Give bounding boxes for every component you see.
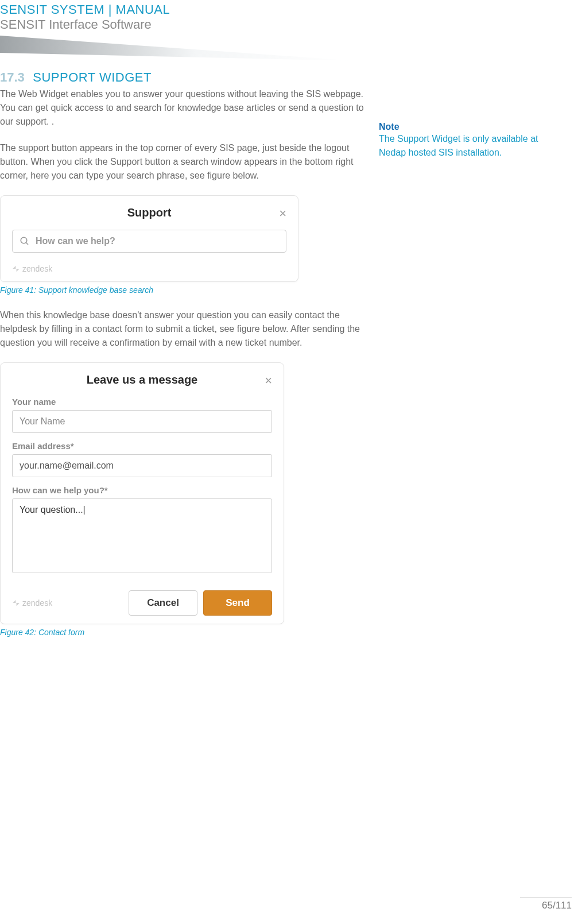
paragraph-3: When this knowledge base doesn't answer …: [0, 308, 367, 350]
contact-form-title: Leave us a message: [12, 373, 272, 386]
close-icon[interactable]: ×: [265, 374, 272, 387]
help-label: How can we help you?*: [12, 485, 272, 495]
zendesk-icon: [12, 599, 20, 607]
figure-42-caption: Figure 42: Contact form: [0, 628, 367, 637]
zendesk-brand: zendesk: [12, 598, 123, 608]
section-number: 17.3: [0, 70, 25, 84]
name-label: Your name: [12, 397, 272, 407]
doc-subtitle: SENSIT Interface Software: [0, 17, 574, 36]
zendesk-brand: zendesk: [12, 264, 286, 273]
contact-form-card: Leave us a message × Your name Your Name…: [0, 362, 284, 624]
paragraph-1: The Web Widget enables you to answer you…: [0, 87, 367, 129]
search-placeholder: How can we help?: [36, 236, 115, 246]
note-title: Note: [379, 122, 551, 132]
cancel-button[interactable]: Cancel: [129, 590, 197, 616]
paragraph-2: The support button appears in the top co…: [0, 141, 367, 183]
support-widget-title: Support: [12, 206, 286, 219]
section-heading: 17.3 SUPPORT WIDGET: [0, 70, 367, 85]
search-input[interactable]: How can we help?: [12, 230, 286, 253]
page-number: 65/111: [520, 897, 572, 911]
close-icon[interactable]: ×: [279, 207, 286, 220]
figure-41-caption: Figure 41: Support knowledge base search: [0, 285, 367, 295]
search-icon: [20, 236, 30, 246]
note-body: The Support Widget is only available at …: [379, 132, 551, 160]
question-field[interactable]: Your question...|: [12, 498, 272, 573]
doc-title: SENSIT SYSTEM | MANUAL: [0, 0, 574, 17]
svg-marker-0: [0, 36, 356, 61]
send-button[interactable]: Send: [203, 590, 272, 616]
email-label: Email address*: [12, 441, 272, 451]
svg-line-2: [26, 242, 28, 245]
email-field[interactable]: your.name@email.com: [12, 454, 272, 477]
zendesk-icon: [12, 265, 20, 273]
svg-point-1: [21, 237, 27, 243]
support-widget-card: Support × How can we help? zendesk: [0, 195, 298, 282]
name-field[interactable]: Your Name: [12, 410, 272, 433]
section-title: SUPPORT WIDGET: [33, 70, 152, 84]
header-decoration: [0, 36, 574, 64]
